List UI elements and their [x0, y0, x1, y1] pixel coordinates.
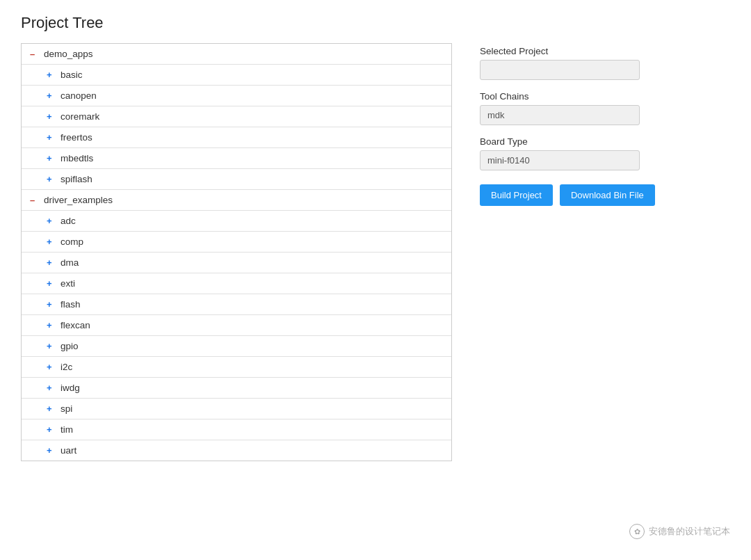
- tree-item-label: dma: [60, 257, 79, 268]
- tree-item[interactable]: +exti: [22, 273, 451, 294]
- main-layout: –demo_apps+basic+canopen+coremark+freert…: [21, 43, 730, 461]
- tree-item-label: tim: [60, 424, 73, 435]
- expand-icon: +: [47, 445, 55, 456]
- board-type-group: Board Type: [480, 136, 730, 170]
- expand-icon: +: [47, 90, 55, 101]
- tree-item[interactable]: +uart: [22, 440, 451, 461]
- tree-item-label: spi: [60, 403, 72, 414]
- expand-icon: +: [47, 299, 55, 310]
- board-type-input[interactable]: [480, 150, 640, 170]
- tree-item-label: exti: [60, 278, 75, 289]
- tool-chains-label: Tool Chains: [480, 91, 730, 102]
- collapse-icon: –: [30, 49, 38, 59]
- collapse-icon: –: [30, 195, 38, 205]
- tree-item[interactable]: +spi: [22, 399, 451, 419]
- expand-icon: +: [47, 424, 55, 435]
- tree-item-label: comp: [60, 237, 83, 247]
- tool-chains-group: Tool Chains: [480, 91, 730, 125]
- expand-icon: +: [47, 132, 55, 143]
- expand-icon: +: [47, 278, 55, 289]
- action-buttons: Build Project Download Bin File: [480, 184, 730, 206]
- tree-item[interactable]: +comp: [22, 232, 451, 253]
- tree-item-label: adc: [60, 216, 76, 226]
- selected-project-label: Selected Project: [480, 46, 730, 56]
- selected-project-group: Selected Project: [480, 46, 730, 80]
- tree-item-label: spiflash: [60, 174, 92, 184]
- tree-item[interactable]: +flexcan: [22, 315, 451, 336]
- tree-item[interactable]: +tim: [22, 419, 451, 440]
- tree-item[interactable]: +dma: [22, 253, 451, 273]
- build-project-button[interactable]: Build Project: [480, 184, 553, 206]
- expand-icon: +: [47, 111, 55, 122]
- expand-icon: +: [47, 320, 55, 330]
- tree-item-label: gpio: [60, 341, 79, 351]
- tree-item[interactable]: +flash: [22, 294, 451, 315]
- tree-item[interactable]: +gpio: [22, 336, 451, 357]
- tree-item[interactable]: +mbedtls: [22, 148, 451, 169]
- board-type-label: Board Type: [480, 136, 730, 147]
- tree-item[interactable]: +spiflash: [22, 169, 451, 190]
- tree-item-label: mbedtls: [60, 153, 93, 163]
- tree-item-label: i2c: [60, 362, 72, 372]
- expand-icon: +: [47, 174, 55, 184]
- tree-item-label: iwdg: [60, 383, 80, 393]
- expand-icon: +: [47, 237, 55, 247]
- tool-chains-input[interactable]: [480, 105, 640, 125]
- tree-item[interactable]: +canopen: [22, 86, 451, 106]
- tree-item[interactable]: +coremark: [22, 106, 451, 127]
- tree-item[interactable]: +freertos: [22, 127, 451, 148]
- tree-group-header[interactable]: –driver_examples: [22, 190, 451, 211]
- expand-icon: +: [47, 362, 55, 372]
- expand-icon: +: [47, 153, 55, 163]
- tree-item-label: uart: [60, 445, 76, 456]
- tree-item-label: basic: [60, 70, 83, 80]
- expand-icon: +: [47, 70, 55, 80]
- tree-item-label: canopen: [60, 90, 97, 101]
- tree-group-label: demo_apps: [44, 49, 93, 59]
- tree-item[interactable]: +i2c: [22, 357, 451, 378]
- tree-item-label: freertos: [60, 132, 92, 143]
- expand-icon: +: [47, 257, 55, 268]
- tree-item[interactable]: +iwdg: [22, 378, 451, 399]
- tree-item[interactable]: +basic: [22, 65, 451, 86]
- tree-item[interactable]: +adc: [22, 211, 451, 232]
- selected-project-input[interactable]: [480, 60, 640, 80]
- expand-icon: +: [47, 403, 55, 414]
- right-panel: Selected Project Tool Chains Board Type …: [480, 43, 730, 206]
- tree-group-header[interactable]: –demo_apps: [22, 44, 451, 65]
- tree-item-label: flexcan: [60, 320, 90, 330]
- tree-item-label: coremark: [60, 111, 99, 122]
- project-tree-panel: –demo_apps+basic+canopen+coremark+freert…: [21, 43, 452, 461]
- page-title: Project Tree: [21, 14, 730, 32]
- expand-icon: +: [47, 383, 55, 393]
- expand-icon: +: [47, 216, 55, 226]
- tree-group-label: driver_examples: [44, 195, 113, 205]
- download-bin-button[interactable]: Download Bin File: [560, 184, 655, 206]
- tree-item-label: flash: [60, 299, 81, 310]
- expand-icon: +: [47, 341, 55, 351]
